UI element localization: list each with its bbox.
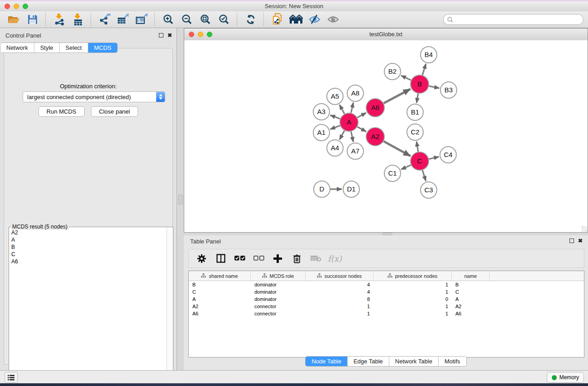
result-scrollbar[interactable]: [167, 227, 173, 380]
graph-node-B4[interactable]: B4: [421, 47, 437, 63]
graph-node-D[interactable]: D: [314, 181, 330, 197]
select-all-button[interactable]: [232, 252, 247, 265]
graph-node-A1[interactable]: A1: [313, 124, 330, 141]
graph-edge-A-A6[interactable]: [357, 113, 366, 118]
graph-edge-B-B1[interactable]: [416, 94, 418, 103]
tab-network-table[interactable]: Network Table: [389, 357, 439, 366]
tab-edge-table[interactable]: Edge Table: [348, 357, 389, 366]
table-settings-button[interactable]: [194, 252, 209, 265]
tab-network[interactable]: Network: [0, 43, 34, 52]
zoom-out-button[interactable]: [177, 12, 196, 27]
table-row[interactable]: Adominator80A: [189, 295, 584, 303]
tab-style[interactable]: Style: [34, 43, 60, 52]
graph-edge-B-B4[interactable]: [422, 64, 426, 75]
table-row[interactable]: Bdominator41B: [189, 281, 584, 288]
mcds-result-item[interactable]: B: [10, 243, 167, 251]
graph-edge-A-A8[interactable]: [351, 103, 353, 113]
graph-node-D1[interactable]: D1: [343, 181, 359, 197]
table-row[interactable]: A6connector11A6: [189, 310, 584, 317]
graph-node-C2[interactable]: C2: [407, 124, 423, 140]
import-table-button[interactable]: [68, 12, 87, 27]
delete-row-button[interactable]: [289, 252, 304, 265]
table-row[interactable]: Cdominator41C: [189, 288, 584, 295]
graph-node-A8[interactable]: A8: [347, 85, 363, 101]
tab-node-table[interactable]: Node Table: [306, 357, 348, 366]
graph-node-B3[interactable]: B3: [440, 82, 457, 98]
column-header-predecessor-nodes[interactable]: predecessor nodes: [373, 271, 452, 281]
table-row[interactable]: A2connector11A2: [189, 303, 584, 310]
import-network-button[interactable]: [50, 12, 68, 27]
zoom-in-button[interactable]: [159, 12, 177, 27]
task-history-button[interactable]: [5, 372, 18, 383]
network-canvas[interactable]: AA1A2A3A4A5A6A7A8BB1B2B3B4CC1C2C3C4DD1: [184, 40, 588, 232]
memory-button[interactable]: Memory: [547, 372, 584, 383]
home-layout-button[interactable]: [287, 12, 305, 27]
graph-node-C4[interactable]: C4: [440, 147, 456, 163]
graph-node-B2[interactable]: B2: [384, 63, 401, 80]
save-session-button[interactable]: [23, 12, 42, 27]
graph-edge-A-A7[interactable]: [351, 132, 353, 142]
graph-edge-C-C2[interactable]: [416, 142, 418, 152]
window-resize-grip[interactable]: [582, 226, 587, 232]
search-input[interactable]: [455, 16, 579, 23]
graph-edge-A-A1[interactable]: [330, 125, 340, 129]
first-neighbors-button[interactable]: [268, 12, 287, 27]
export-image-button[interactable]: [132, 12, 151, 27]
graph-edge-C-C3[interactable]: [422, 170, 425, 181]
graph-node-C1[interactable]: C1: [384, 165, 401, 181]
run-mcds-button[interactable]: Run MCDS: [38, 106, 85, 117]
function-builder-button[interactable]: f(x): [327, 252, 342, 265]
search-field[interactable]: [443, 14, 583, 25]
vertical-splitter-handle[interactable]: [178, 195, 183, 205]
graph-edge-B-B2[interactable]: [401, 76, 411, 80]
graph-node-C3[interactable]: C3: [421, 182, 437, 198]
hide-selected-button[interactable]: [305, 12, 324, 27]
float-panel-icon[interactable]: [159, 33, 163, 38]
graph-edge-B-B3[interactable]: [429, 86, 440, 88]
unselect-all-button[interactable]: [251, 252, 266, 265]
column-header-name[interactable]: name: [452, 271, 490, 281]
export-network-button[interactable]: [95, 12, 114, 27]
graph-node-B[interactable]: B: [411, 75, 429, 93]
graph-node-C[interactable]: C: [411, 152, 429, 170]
graph-edge-A-A4[interactable]: [339, 130, 344, 139]
mcds-result-item[interactable]: A2: [10, 229, 167, 236]
add-row-button[interactable]: [270, 252, 285, 265]
zoom-selected-button[interactable]: [215, 12, 233, 27]
graph-node-B1[interactable]: B1: [407, 104, 423, 120]
mcds-result-item[interactable]: A6: [10, 258, 167, 265]
float-table-panel-icon[interactable]: [569, 238, 574, 243]
column-header-MCDS-role[interactable]: MCDS role: [251, 271, 306, 281]
column-header-successor-nodes[interactable]: successor nodes: [306, 271, 373, 281]
graph-edge-C-C1[interactable]: [401, 165, 411, 170]
tab-mcds[interactable]: MCDS: [88, 43, 117, 52]
network-window-titlebar[interactable]: testGlobe.txt: [184, 29, 588, 41]
delete-table-button[interactable]: [308, 252, 323, 265]
close-table-panel-icon[interactable]: ✖: [578, 238, 583, 243]
graph-node-A4[interactable]: A4: [327, 140, 343, 156]
close-panel-button[interactable]: Close panel: [91, 106, 139, 117]
optimization-criterion-select[interactable]: largest connected component (directed): [23, 91, 165, 102]
graph-node-A7[interactable]: A7: [347, 143, 363, 159]
mcds-result-item[interactable]: C: [10, 251, 167, 258]
show-all-button[interactable]: [324, 12, 342, 27]
graph-node-A[interactable]: A: [340, 113, 358, 131]
tab-select[interactable]: Select: [60, 43, 88, 52]
graph-node-A3[interactable]: A3: [313, 104, 330, 120]
graph-node-A5[interactable]: A5: [327, 88, 343, 105]
graph-node-A6[interactable]: A6: [366, 99, 384, 117]
graph-edge-C-C4[interactable]: [429, 157, 439, 159]
refresh-button[interactable]: [241, 12, 260, 27]
mcds-result-item[interactable]: A: [10, 236, 167, 243]
show-column-button[interactable]: [213, 252, 228, 265]
tab-motifs[interactable]: Motifs: [439, 357, 466, 366]
graph-edge-A2-C[interactable]: [383, 141, 410, 156]
zoom-fit-button[interactable]: [196, 12, 215, 27]
graph-edge-A-A2[interactable]: [357, 127, 366, 132]
graph-edge-A6-B[interactable]: [384, 89, 411, 103]
graph-node-A2[interactable]: A2: [366, 128, 384, 146]
graph-edge-A-A3[interactable]: [330, 115, 340, 119]
open-session-button[interactable]: [5, 12, 23, 27]
graph-edge-A-A5[interactable]: [339, 105, 344, 114]
close-panel-icon[interactable]: ✖: [167, 33, 172, 38]
